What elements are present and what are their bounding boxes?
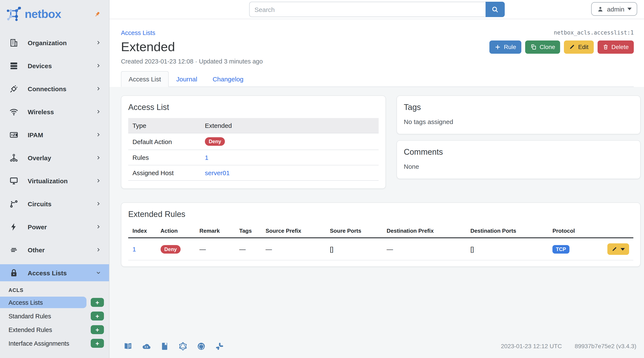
sidebar-item-power[interactable]: Power: [0, 218, 109, 235]
chevron-right-icon: [96, 247, 101, 253]
sidebar-item-organization[interactable]: Organization: [0, 34, 109, 51]
counter-icon: [9, 130, 18, 139]
sidebar-item-label: Other: [28, 246, 45, 253]
chevron-right-icon: [96, 201, 101, 207]
rule-index-link[interactable]: 1: [132, 245, 136, 253]
chevron-down-icon: [96, 270, 101, 276]
sidebar-subitem-standard-rules[interactable]: Standard Rules: [0, 310, 86, 322]
rule-remark: —: [195, 238, 235, 260]
pin-sidebar-icon[interactable]: [93, 10, 102, 19]
deny-status-badge: Deny: [205, 137, 225, 146]
sidebar-item-circuits[interactable]: Circuits: [0, 195, 109, 212]
sidebar-item-label: Overlay: [28, 154, 51, 161]
tab-changelog[interactable]: Changelog: [205, 71, 251, 87]
breadcrumb-access-lists-link[interactable]: Access Lists: [121, 30, 155, 36]
pencil-icon: [612, 246, 617, 252]
tab-journal[interactable]: Journal: [169, 71, 205, 87]
sidebar-subitem-interface-assignments[interactable]: Interface Assignments: [0, 337, 86, 349]
sidebar-item-virtualization[interactable]: Virtualization: [0, 172, 109, 189]
search-button[interactable]: [485, 2, 504, 17]
sidebar-subitem-access-lists[interactable]: Access Lists: [0, 297, 86, 308]
github-icon[interactable]: [197, 341, 206, 350]
sidebar-item-label: IPAM: [28, 131, 43, 138]
access-list-panel: Access List Type Extended Default Action…: [121, 96, 386, 189]
sidebar-item-label: Virtualization: [28, 177, 68, 184]
edit-rule-button[interactable]: [607, 243, 629, 255]
assigned-host-link[interactable]: server01: [205, 169, 230, 176]
search-input[interactable]: [249, 2, 485, 17]
netbox-logo-icon[interactable]: [7, 7, 21, 21]
rule-destination-ports: []: [466, 238, 548, 260]
slack-icon[interactable]: [215, 341, 224, 350]
add-rule-button[interactable]: Rule: [490, 40, 521, 54]
chevron-right-icon: [96, 40, 101, 46]
col-tags: Tags: [235, 224, 261, 238]
book-open-icon[interactable]: [124, 341, 132, 350]
sidebar-item-ipam[interactable]: IPAM: [0, 126, 109, 143]
plug-icon: [9, 84, 18, 93]
footer-timestamp: 2023-01-23 12:12 UTC: [501, 343, 562, 349]
caret-down-icon: [628, 8, 632, 10]
extended-rules-panel: Extended Rules Index Action Remark Tags: [121, 202, 640, 267]
add-interface-assignment-button[interactable]: +: [91, 339, 104, 348]
attr-value-type: Extended: [200, 118, 379, 133]
col-action: Action: [156, 224, 195, 238]
user-menu-button[interactable]: admin: [591, 2, 637, 16]
tags-empty-text: No tags assigned: [397, 117, 640, 134]
rule-tags: —: [235, 238, 261, 260]
wifi-icon: [9, 107, 18, 116]
footer-links: [121, 341, 224, 350]
chevron-right-icon: [96, 86, 101, 92]
sidebar-item-other[interactable]: Other: [0, 241, 109, 258]
tags-panel-title: Tags: [397, 96, 640, 117]
delete-label: Delete: [612, 44, 629, 50]
netbox-app: netbox Organization Devices Con: [0, 0, 644, 358]
col-actions: [603, 224, 633, 238]
add-extended-rule-button[interactable]: +: [91, 325, 104, 334]
attr-row-default-action: Default Action Deny: [128, 133, 379, 150]
col-remark: Remark: [195, 224, 235, 238]
main-area: admin Access Lists netbox_acls.accesslis…: [110, 0, 644, 358]
col-source-ports: Soure Ports: [326, 224, 382, 238]
sidebar-item-label: Access Lists: [28, 269, 67, 276]
edit-button[interactable]: Edit: [564, 40, 594, 54]
netbox-logo-text[interactable]: netbox: [25, 8, 61, 21]
sidebar-item-overlay[interactable]: Overlay: [0, 149, 109, 166]
sidebar-item-wireless[interactable]: Wireless: [0, 103, 109, 120]
extended-rules-table: Index Action Remark Tags Source Prefix S…: [128, 224, 633, 260]
copy-icon: [530, 44, 537, 50]
sidebar-item-devices[interactable]: Devices: [0, 57, 109, 74]
cloud-code-icon[interactable]: [142, 341, 151, 350]
tab-content: Access List Type Extended Default Action…: [110, 87, 644, 358]
graphql-icon[interactable]: [178, 341, 188, 350]
add-standard-rule-button[interactable]: +: [91, 311, 104, 320]
building-icon: [9, 38, 18, 47]
acl-row: Extended Rules +: [0, 324, 109, 335]
tab-access-list[interactable]: Access List: [121, 71, 169, 87]
object-identifier: netbox_acls.accesslist:1: [554, 30, 634, 36]
chevron-right-icon: [96, 63, 101, 69]
sidebar-item-connections[interactable]: Connections: [0, 80, 109, 97]
footer-version: 89937b7e75e2 (v3.4.3): [574, 343, 636, 349]
sidebar-item-label: Devices: [28, 62, 52, 69]
sidebar-subitem-extended-rules[interactable]: Extended Rules: [0, 324, 86, 335]
delete-button[interactable]: Delete: [597, 40, 634, 54]
object-action-buttons: Rule Clone Edit Delete: [490, 40, 634, 54]
rules-count-link[interactable]: 1: [205, 154, 208, 161]
sidebar-item-label: Wireless: [28, 108, 54, 115]
access-list-panel-title: Access List: [122, 96, 386, 117]
attr-row-assigned-host: Assigned Host server01: [128, 165, 379, 180]
lock-icon: [9, 268, 18, 277]
bookmark-book-icon[interactable]: [160, 341, 169, 350]
sidebar-item-access-lists[interactable]: Access Lists: [0, 264, 109, 281]
acl-row: Standard Rules +: [0, 310, 109, 322]
rule-source-prefix: —: [261, 238, 326, 260]
clone-button[interactable]: Clone: [525, 40, 560, 54]
add-access-list-button[interactable]: +: [91, 298, 104, 307]
protocol-badge: TCP: [552, 245, 570, 253]
rule-source-ports: []: [326, 238, 382, 260]
attr-row-type: Type Extended: [128, 118, 379, 133]
attr-label: Assigned Host: [128, 165, 200, 180]
col-index: Index: [128, 224, 156, 238]
chevron-right-icon: [96, 132, 101, 138]
